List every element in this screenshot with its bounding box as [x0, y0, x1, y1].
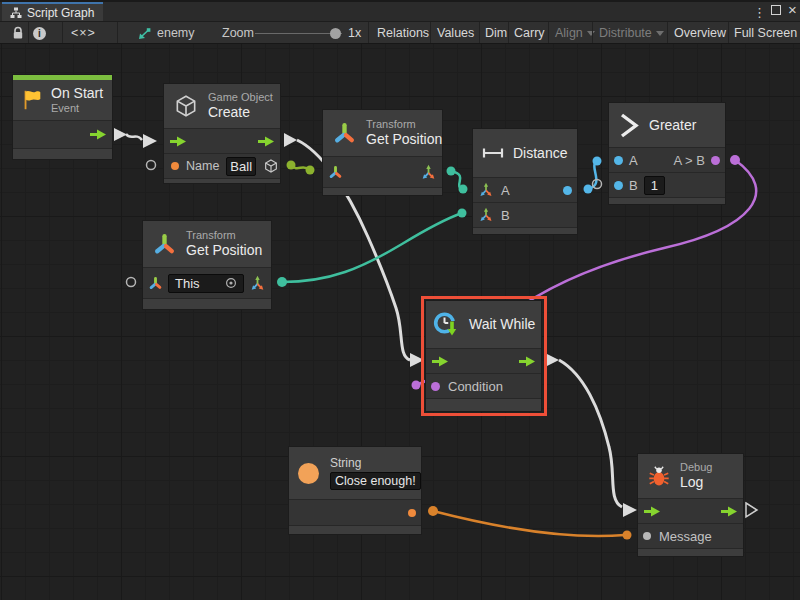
a-label: A	[501, 183, 510, 198]
node-title: On Start	[51, 85, 103, 102]
node-wait-while-condition-row: Condition	[426, 373, 541, 398]
node-greater-header: Greater	[609, 103, 725, 147]
wire-onstart-to-create[interactable]	[114, 128, 157, 148]
node-get-position-2[interactable]: Transform Get Position This	[142, 220, 272, 310]
node-distance-b-row: B	[473, 202, 577, 227]
node-debug-log-header: Debug Log	[638, 454, 743, 498]
b-value-input[interactable]: 1	[644, 176, 665, 195]
name-port[interactable]	[171, 162, 179, 170]
flow-in-port[interactable]	[431, 356, 449, 367]
target-value-input[interactable]: This	[168, 274, 244, 293]
vector3-a-port[interactable]	[478, 182, 494, 198]
condition-port[interactable]	[431, 382, 440, 391]
node-get-position-2-row: This	[143, 267, 271, 298]
b-port[interactable]	[614, 181, 623, 190]
node-title: Greater	[649, 117, 696, 134]
flow-out-port[interactable]	[518, 356, 536, 367]
transform-icon	[152, 232, 177, 257]
string-out-port[interactable]	[408, 509, 416, 517]
node-debug-log[interactable]: Debug Log Message	[637, 453, 744, 557]
node-create[interactable]: Game Object Create Name Ball	[163, 83, 281, 184]
wire-string-to-message[interactable]	[428, 506, 632, 540]
out-label: A > B	[674, 153, 705, 168]
node-wait-while-flow-row	[426, 348, 541, 373]
bug-icon	[647, 464, 671, 488]
node-subtitle: Event	[51, 102, 103, 115]
port-create-name-unconnected[interactable]	[147, 161, 156, 170]
name-value-input[interactable]: Ball	[226, 157, 256, 176]
gameobject-cube-icon	[173, 93, 199, 119]
port-debuglog-flow-out-unconnected[interactable]	[746, 503, 757, 517]
node-category: Debug	[680, 461, 712, 474]
node-create-header: Game Object Create	[164, 84, 280, 128]
node-category: Game Object	[208, 91, 273, 104]
node-title: Create	[208, 104, 273, 121]
gameobject-out-port[interactable]	[263, 158, 279, 174]
condition-label: Condition	[448, 379, 503, 394]
port-getposition2-target-unconnected[interactable]	[127, 278, 136, 287]
vector3-out-port[interactable]	[249, 275, 266, 292]
node-title: Wait While	[469, 316, 535, 333]
node-get-position-2-header: Transform Get Position	[143, 221, 271, 267]
node-get-position-1-row	[323, 156, 442, 187]
string-icon	[298, 463, 319, 484]
flow-out-port[interactable]	[89, 129, 107, 140]
node-get-position-1-header: Transform Get Position	[323, 110, 442, 156]
transform-in-port[interactable]	[328, 165, 343, 180]
flow-out-port[interactable]	[257, 136, 275, 147]
object-picker-icon[interactable]	[225, 277, 237, 289]
string-value-input[interactable]: Close enough!	[330, 472, 421, 490]
node-footer	[638, 548, 743, 556]
node-greater-a-row: A A > B	[609, 147, 725, 172]
node-footer	[143, 298, 271, 309]
flow-in-port[interactable]	[643, 506, 661, 517]
flow-out-port[interactable]	[720, 506, 738, 517]
flow-in-port[interactable]	[169, 136, 187, 147]
node-string[interactable]: String Close enough!	[288, 446, 422, 535]
node-footer	[426, 398, 541, 411]
wire-waitwhile-to-debuglog[interactable]	[545, 353, 637, 517]
node-footer	[473, 227, 577, 234]
vector3-out-port[interactable]	[420, 164, 437, 181]
node-distance[interactable]: Distance A	[472, 128, 578, 235]
transform-in-port[interactable]	[148, 276, 163, 291]
wire-getposition1-to-distance-a[interactable]	[447, 167, 468, 194]
node-title: Log	[680, 474, 712, 491]
node-string-header: String Close enough!	[289, 447, 421, 499]
node-create-name-row: Name Ball	[164, 153, 280, 178]
node-wait-while[interactable]: Wait While Condition	[425, 300, 542, 412]
node-on-start-flow-row	[13, 120, 112, 148]
node-title: Get Position	[186, 242, 262, 259]
node-greater-b-row: B 1	[609, 172, 725, 197]
wire-create-to-getposition1[interactable]	[287, 161, 315, 175]
node-get-position-1[interactable]: Transform Get Position	[322, 109, 443, 196]
node-on-start[interactable]: On Start Event	[12, 74, 113, 160]
node-string-out-row	[289, 499, 421, 525]
node-title: Distance	[513, 145, 567, 162]
a-port[interactable]	[614, 156, 623, 165]
distance-out-port[interactable]	[563, 186, 572, 195]
node-wait-while-header: Wait While	[426, 301, 541, 348]
b-label: B	[629, 178, 638, 193]
node-title: Get Position	[366, 131, 442, 148]
message-port[interactable]	[643, 532, 651, 540]
node-debug-log-flow-row	[638, 498, 743, 523]
vector3-b-port[interactable]	[478, 207, 494, 223]
result-port[interactable]	[711, 156, 720, 165]
node-debug-log-message-row: Message	[638, 523, 743, 548]
node-footer	[323, 187, 442, 195]
flag-icon	[20, 88, 44, 112]
message-label: Message	[659, 529, 712, 544]
node-on-start-header: On Start Event	[13, 80, 112, 120]
transform-icon	[332, 121, 357, 146]
name-label: Name	[186, 159, 219, 173]
script-graph-window: Script Graph ⋮ × i <×> enemy Zoom 1x Rel…	[0, 0, 800, 600]
node-footer	[13, 148, 112, 159]
node-distance-a-row: A	[473, 177, 577, 202]
wait-icon	[432, 310, 462, 340]
node-footer	[164, 178, 280, 183]
node-distance-header: Distance	[473, 129, 577, 177]
node-greater[interactable]: Greater A A > B B 1	[608, 102, 726, 205]
node-category: Transform	[186, 229, 262, 242]
node-footer	[289, 525, 421, 534]
